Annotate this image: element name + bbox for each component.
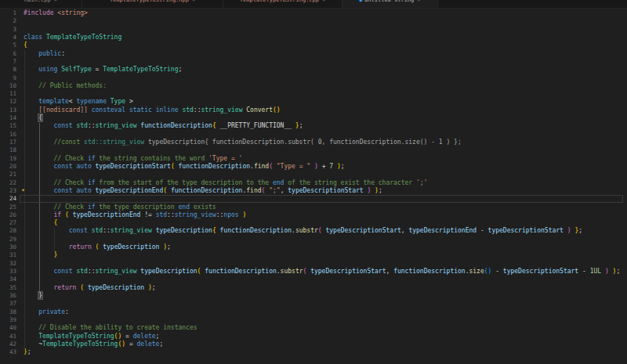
indent-guide — [24, 50, 25, 349]
line-number: 40 — [0, 324, 16, 332]
code-line[interactable]: 6 public: — [0, 50, 627, 58]
code-line[interactable]: 18 — [0, 146, 627, 154]
close-icon[interactable]: × — [192, 0, 195, 3]
code-line[interactable]: 8 using SelfType = TemplateTypeToString; — [0, 66, 627, 74]
code-line[interactable]: 13 [[nodiscard]] consteval static inline… — [0, 106, 627, 114]
line-number: 31 — [0, 251, 16, 259]
tab-templatetypetostring-cpp[interactable]: TemplateTypeToString.cpp× — [223, 0, 342, 8]
code-line-text: const auto typeDescriptionStart( functio… — [24, 163, 345, 171]
tab-main-cpp[interactable]: Main.cpp× — [0, 0, 82, 8]
line-number: 38 — [0, 308, 16, 316]
line-number: 2 — [0, 17, 16, 25]
code-line-text: // Disable the ability to create instanc… — [24, 324, 198, 332]
code-line-text: { — [24, 219, 57, 227]
code-line[interactable]: 25 // Check if the type description end … — [0, 204, 627, 211]
line-number: 42 — [0, 341, 16, 348]
code-line-text: class TemplateTypeToString — [24, 34, 121, 41]
tab-bar: Main.cpp×TemplateTypeToString.hpp×Templa… — [0, 0, 627, 9]
code-line[interactable]: 40 // Disable the ability to create inst… — [0, 324, 627, 332]
code-line[interactable]: 35 return ( typeDescription ); — [0, 284, 627, 292]
code-line-text: // Public methods: — [24, 82, 107, 90]
code-line[interactable]: 19 // Check if the string contains the w… — [0, 155, 627, 163]
code-line-text: { — [24, 41, 27, 49]
tab-label-wrap: ●untitled string× — [359, 0, 420, 8]
indent-guide — [39, 123, 40, 293]
code-line-text: // Check if the type description end exi… — [24, 204, 216, 211]
code-line-text: { — [24, 114, 42, 122]
code-action-sparkle-icon[interactable]: ✦ — [21, 186, 25, 194]
code-line[interactable]: 43}; — [0, 348, 627, 356]
code-line[interactable]: 17 //const std::string_view typeDescript… — [0, 139, 627, 146]
code-line-text: template< typename Type > — [24, 98, 133, 106]
code-line[interactable]: 4class TemplateTypeToString — [0, 34, 627, 41]
code-line[interactable]: 29 — [0, 236, 627, 243]
code-line[interactable]: 33 const std::string_view typeDescriptio… — [0, 268, 627, 276]
line-number: 4 — [0, 34, 16, 41]
code-line[interactable]: 1#include <string> — [0, 9, 627, 17]
code-line[interactable]: 16 — [0, 131, 627, 139]
line-number: 32 — [0, 260, 16, 268]
code-line[interactable]: 7 — [0, 58, 627, 66]
code-line[interactable]: 3 — [0, 26, 627, 34]
code-line[interactable]: 37 — [0, 300, 627, 308]
line-number: 34 — [0, 276, 16, 283]
line-number: 23 — [0, 187, 16, 195]
code-line-text: TemplateTypeToString() = delete; — [24, 333, 159, 341]
line-number: 1 — [0, 9, 16, 17]
code-line[interactable]: 21 — [0, 171, 627, 178]
modified-dot-icon: ● — [359, 0, 362, 2]
code-line[interactable]: 31 } — [0, 251, 627, 259]
line-number: 17 — [0, 139, 16, 146]
code-line[interactable]: 22 // Check if from the start of the typ… — [0, 179, 627, 187]
code-line[interactable]: 20 const auto typeDescriptionStart( func… — [0, 163, 627, 171]
code-line-text: if ( typeDescriptionEnd != std::string_v… — [24, 211, 246, 219]
code-line[interactable]: 10 // Public methods: — [0, 82, 627, 90]
line-number: 12 — [0, 98, 16, 106]
line-number: 9 — [0, 74, 16, 82]
code-line[interactable]: 2 — [0, 17, 627, 25]
code-line[interactable]: 23 const auto typeDescriptionEnd( functi… — [0, 187, 627, 195]
code-editor[interactable]: ✦ 1#include <string>234class TemplateTyp… — [0, 9, 627, 364]
code-line-text: return ( typeDescription ); — [24, 284, 156, 292]
code-line[interactable]: 14 { — [0, 114, 627, 122]
line-number: 30 — [0, 243, 16, 251]
code-line[interactable]: 11 — [0, 90, 627, 98]
line-number: 36 — [0, 292, 16, 300]
code-line-text: //const std::string_view typeDescription… — [24, 139, 462, 146]
close-icon[interactable]: × — [322, 0, 325, 3]
line-number: 16 — [0, 131, 16, 139]
code-line-text: ~TemplateTypeToString() = delete; — [24, 341, 163, 348]
code-line-text: // Check if the string contains the word… — [24, 155, 242, 163]
line-number: 29 — [0, 236, 16, 243]
code-line[interactable]: 38 private: — [0, 308, 627, 316]
line-number: 41 — [0, 333, 16, 341]
code-line[interactable]: 32 — [0, 260, 627, 268]
code-line[interactable]: 9 — [0, 74, 627, 82]
code-line-text: [[nodiscard]] consteval static inline st… — [24, 106, 281, 114]
tab-templatetypetostring-hpp[interactable]: TemplateTypeToString.hpp× — [82, 0, 223, 8]
code-line[interactable]: 28 const std::string_view typeDescriptio… — [0, 227, 627, 235]
line-number: 28 — [0, 227, 16, 235]
code-line-text: const std::string_view functionDescripti… — [24, 122, 303, 130]
code-line[interactable]: 24 — [0, 195, 627, 203]
line-number: 19 — [0, 155, 16, 163]
code-line[interactable]: 42 ~TemplateTypeToString() = delete; — [0, 341, 627, 348]
code-line[interactable]: 34 — [0, 276, 627, 283]
code-line[interactable]: 30 return ( typeDescription ); — [0, 243, 627, 251]
code-line[interactable]: 36 } — [0, 292, 627, 300]
line-number: 21 — [0, 171, 16, 178]
code-line[interactable]: 39 — [0, 316, 627, 324]
code-line[interactable]: 12 template< typename Type > — [0, 98, 627, 106]
code-line[interactable]: 27 { — [0, 219, 627, 227]
code-line[interactable]: 26 if ( typeDescriptionEnd != std::strin… — [0, 211, 627, 219]
code-line[interactable]: 5{ — [0, 41, 627, 49]
line-number: 22 — [0, 179, 16, 187]
line-number: 7 — [0, 58, 16, 66]
tab-untitled-string[interactable]: ●untitled string× — [342, 0, 438, 8]
close-icon[interactable]: × — [417, 0, 420, 3]
code-line[interactable]: 15 const std::string_view functionDescri… — [0, 122, 627, 130]
close-icon[interactable]: × — [54, 0, 57, 3]
tab-label: TemplateTypeToString.cpp — [240, 0, 319, 3]
code-line[interactable]: 41 TemplateTypeToString() = delete; — [0, 333, 627, 341]
line-number: 11 — [0, 90, 16, 98]
